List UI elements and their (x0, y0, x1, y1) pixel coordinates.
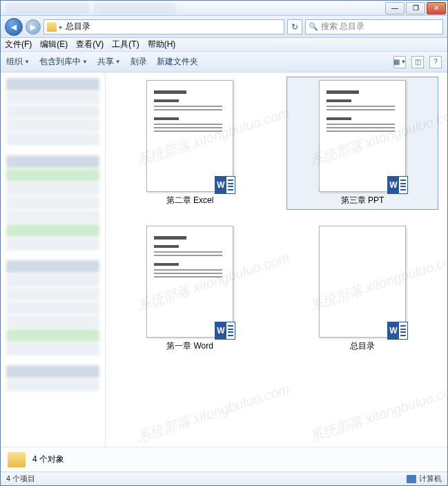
status-computer: 计算机 (419, 474, 442, 484)
file-item[interactable]: W总目录 (286, 222, 438, 356)
file-label: 第二章 Excel (166, 195, 214, 206)
word-icon: W (215, 176, 235, 194)
file-item[interactable]: W第二章 Excel (114, 77, 266, 210)
search-placeholder: 搜索 总目录 (321, 21, 364, 32)
word-icon: W (387, 176, 408, 194)
search-input[interactable]: 🔍 搜索 总目录 (305, 19, 443, 35)
file-thumbnail: W (319, 80, 406, 192)
window-controls: — ❐ ✕ (384, 2, 446, 14)
view-mode-button[interactable]: ▦▼ (393, 56, 406, 68)
menu-file[interactable]: 文件(F) (5, 39, 32, 50)
file-item[interactable]: W第一章 Word (114, 222, 266, 356)
chevron-right-icon: ▸ (59, 23, 63, 30)
word-icon: W (387, 322, 408, 340)
word-icon: W (215, 322, 235, 340)
explorer-window: — ❐ ✕ ◄ ► ▸ 总目录 ↻ 🔍 搜索 总目录 文件(F) 编辑(E) 查… (0, 0, 448, 486)
folder-icon (47, 22, 57, 32)
refresh-button[interactable]: ↻ (287, 19, 302, 35)
navbar: ◄ ► ▸ 总目录 ↻ 🔍 搜索 总目录 (1, 16, 447, 38)
sidebar[interactable] (1, 72, 106, 447)
details-pane: 4 个对象 (1, 447, 447, 472)
status-items: 4 个项目 (6, 474, 35, 484)
burn-button[interactable]: 刻录 (130, 56, 147, 68)
statusbar: 4 个项目 计算机 (1, 472, 447, 485)
watermark: 系统部落 xitongbuluo.com (134, 380, 291, 447)
minimize-button[interactable]: — (385, 2, 405, 14)
file-thumbnail: W (146, 80, 233, 192)
search-icon: 🔍 (309, 22, 318, 31)
breadcrumb-folder[interactable]: 总目录 (66, 21, 90, 32)
close-button[interactable]: ✕ (427, 2, 446, 14)
file-label: 总目录 (350, 340, 375, 352)
file-thumbnail: W (319, 226, 406, 338)
watermark: 系统部落 xitongbuluo.com (306, 380, 447, 447)
computer-icon (407, 475, 416, 483)
newfolder-button[interactable]: 新建文件夹 (157, 56, 198, 68)
file-label: 第三章 PPT (341, 195, 384, 206)
menu-view[interactable]: 查看(V) (76, 39, 104, 50)
menubar: 文件(F) 编辑(E) 查看(V) 工具(T) 帮助(H) (1, 38, 447, 52)
back-button[interactable]: ◄ (5, 18, 23, 36)
menu-help[interactable]: 帮助(H) (148, 39, 176, 50)
organize-button[interactable]: 组织▼ (6, 56, 30, 68)
content-area[interactable]: W第二章 ExcelW第三章 PPTW第一章 WordW总目录 系统部落 xit… (106, 72, 447, 447)
forward-button[interactable]: ► (26, 19, 41, 35)
menu-edit[interactable]: 编辑(E) (40, 39, 68, 50)
folder-icon (8, 452, 26, 467)
menu-tools[interactable]: 工具(T) (112, 39, 139, 50)
main-area: W第二章 ExcelW第三章 PPTW第一章 WordW总目录 系统部落 xit… (1, 72, 447, 447)
include-button[interactable]: 包含到库中▼ (39, 56, 88, 68)
breadcrumb[interactable]: ▸ 总目录 (43, 19, 284, 35)
file-item[interactable]: W第三章 PPT (286, 77, 438, 210)
file-thumbnail: W (146, 226, 233, 338)
share-button[interactable]: 共享▼ (97, 56, 121, 68)
maximize-button[interactable]: ❐ (406, 2, 425, 14)
file-label: 第一章 Word (166, 340, 213, 352)
titlebar: — ❐ ✕ (1, 1, 447, 16)
help-button[interactable]: ? (429, 56, 442, 68)
details-count: 4 个对象 (32, 454, 64, 465)
toolbar: 组织▼ 包含到库中▼ 共享▼ 刻录 新建文件夹 ▦▼ ◫ ? (1, 52, 447, 72)
preview-pane-button[interactable]: ◫ (411, 56, 424, 68)
